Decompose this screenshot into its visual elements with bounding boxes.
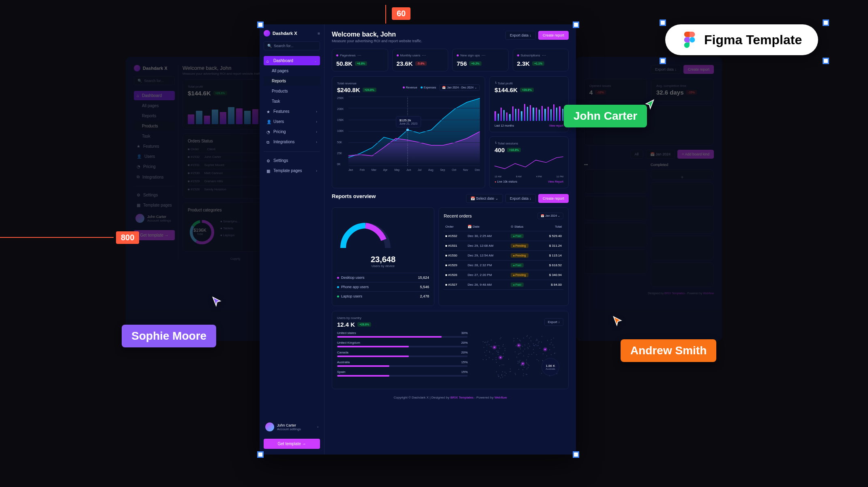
table-row[interactable]: ■ #1527Dec 26, 9:48 AM● Paid$ 84.00 [444,280,563,290]
nav-dashboard-bg: ⌂Dashboard [134,91,175,100]
device-row: Phone app users5,546 [337,282,429,291]
create-report-button[interactable]: Create report [538,31,569,40]
country-row: United states30% [337,331,468,338]
logo-text: Dashdark X [273,31,297,36]
cursor-sophie [211,296,222,308]
table-row[interactable]: ■ #1531Dec 29, 12:08 AM● Pending$ 311.24 [444,241,563,251]
nav-products[interactable]: Products [264,86,320,96]
view-report-link[interactable]: View report [549,124,563,127]
star-icon: ★ [266,110,271,114]
avatar [265,422,274,431]
user-name: John Carter [277,423,301,427]
gauge-chart [337,218,394,250]
footer-link-webflow[interactable]: Webflow [494,396,507,399]
footer-link-brix[interactable]: BRIX Templates [450,396,473,399]
device-row: Laptop users2,478 [337,291,429,301]
pill-handle-tl[interactable] [660,19,666,26]
search-placeholder: Search for... [274,44,294,48]
nav-all-pages[interactable]: All pages [264,66,320,75]
user-block[interactable]: John CarterAccount settings › [264,419,320,435]
sessions-card: ╙ Total sessions 400+16.8% 12 AM8 AM4 PM… [489,136,569,188]
logo-text: Dashdark X [143,66,168,71]
gauge-value: 23,648 [337,255,429,264]
country-row: Spain15% [337,370,468,377]
reports-section-title: Reports overview [332,193,376,199]
selection-handle-tl[interactable] [257,22,264,28]
profit-bar-chart [494,97,563,121]
chevron-right-icon: › [317,425,318,429]
table-row[interactable]: ■ #1528Dec 27, 2:20 PM● Pending$ 340.94 [444,270,563,280]
table-row[interactable]: ■ #1530Dec 29, 12:54 AM● Pending$ 115.14 [444,251,563,261]
measurement-badge-top: 60 [392,7,410,20]
main-content: Welcome back, John Measure your advertis… [324,24,576,455]
cursor-tag-john: John Carter [564,105,647,127]
orders-table: Order📅 Date⊙ StatusTotal ■ #1532Dec 30, … [444,222,563,290]
search-input[interactable]: 🔍 Search for... [264,41,320,50]
more-icon[interactable]: ⋯ [357,53,361,58]
world-map: 1.86 KAustralia [474,331,563,384]
selection-handle-bl[interactable] [257,451,264,458]
search-icon: 🔍 [267,44,272,48]
pill-handle-br[interactable] [823,58,829,64]
nav-template-pages[interactable]: ▦Template pages› [264,166,320,175]
gauge-label: Users by device [337,264,429,268]
select-date-button[interactable]: 📅 Select date ⌄ [466,194,503,203]
cursor-tag-andrew: Andrew Smith [621,339,716,362]
stat-signups[interactable]: New sign ups⋯756+9.2% [452,49,509,71]
chart-tooltip: $125.2kJune 21, 2023 [396,116,421,127]
footer: Copyright © Dashdark X | Designed by BRI… [332,396,569,399]
orders-date-select[interactable]: 📅 Jan 2024 ⌄ [537,213,563,219]
plug-icon: ⧉ [266,140,271,144]
cursor-tag-sophie: Sophie Moore [122,325,216,347]
profit-card: ╙ Total profit $144.6K+28.8% [489,76,569,132]
nav-integrations[interactable]: ⧉Integrations› [264,137,320,147]
country-row: Australia15% [337,360,468,367]
revenue-chart-card: Total revenue$240.8K+24.8% Revenue Expen… [332,76,485,188]
nav-dashboard[interactable]: ⌂Dashboard⌄ [264,56,320,65]
export-countries-button[interactable]: Export ↓ [544,318,563,326]
nav-pricing[interactable]: ◔Pricing› [264,127,320,136]
selection-handle-tr[interactable] [573,22,579,28]
nav-reports[interactable]: Reports [264,76,320,86]
get-template-button[interactable]: Get template → [264,439,320,449]
logo[interactable]: Dashdark X ≡ [264,30,320,37]
main-frame: Dashdark X ≡ 🔍 Search for... ⌂Dashboard⌄… [260,24,576,455]
recent-orders-card: Recent orders📅 Jan 2024 ⌄ Order📅 Date⊙ S… [438,207,569,306]
nav-task[interactable]: Task [264,97,320,106]
pill-handle-tr[interactable] [823,19,829,26]
table-row[interactable]: ■ #1532Dec 30, 2:25 AM● Paid$ 529.40 [444,231,563,241]
home-icon: ⌂ [266,59,271,63]
stat-monthly-users[interactable]: Monthly users⋯23.6K-5.6% [392,49,449,71]
nav-users[interactable]: 👤Users› [264,117,320,126]
create-report-button-2[interactable]: Create report [538,194,569,203]
sidebar: Dashdark X ≡ 🔍 Search for... ⌂Dashboard⌄… [260,24,324,455]
stat-pageviews[interactable]: Pageviews⋯50.8K+8.8% [332,49,388,71]
export-data-button-2[interactable]: Export data ↓ [505,194,536,203]
view-report-link-2[interactable]: View Report [548,180,563,183]
stat-subscriptions[interactable]: Subscriptions⋯2.3K+1.1% [513,49,569,71]
device-row: Desktop users15,624 [337,273,429,282]
logo-icon [264,30,270,37]
date-range-select[interactable]: 📅 Jan 2024 - Dec 2024 ⌄ [439,84,480,91]
measurement-line-left [0,237,114,238]
measurement-line-top [385,5,386,24]
chevron-down-icon: ⌄ [314,59,317,63]
export-button[interactable]: Export data ↓ [505,31,536,40]
cursor-andrew [612,316,623,327]
get-template-button-bg: Get template → [134,230,175,240]
selection-handle-br[interactable] [573,451,579,458]
revenue-chart: 250K200K150K100K50K25K0K [337,97,480,166]
sessions-line-chart [494,153,563,174]
pill-handle-bl[interactable] [660,58,666,64]
figma-icon [681,32,698,48]
menu-icon[interactable]: ≡ [318,31,320,36]
table-row[interactable]: ■ #1529Dec 28, 2:32 PM● Paid$ 618.52 [444,261,563,270]
nav-settings[interactable]: ⚙Settings [264,156,320,165]
nav-features[interactable]: ★Features› [264,107,320,116]
users-by-country-card: Users by country12.4 K+28.8% Export ↓ Un… [332,311,569,389]
search-input-bg: 🔍 Search for... [134,76,175,85]
country-row: Canada20% [337,351,468,357]
figma-template-pill[interactable]: Figma Template [665,24,818,55]
gear-icon: ⚙ [266,159,271,163]
user-icon: 👤 [266,120,271,124]
